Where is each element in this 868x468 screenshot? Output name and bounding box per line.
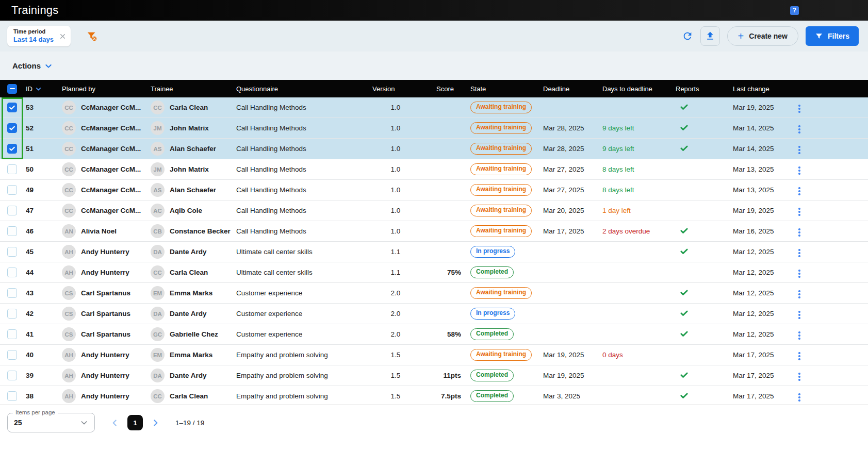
planned-by-cell: AH Andy Hunterry bbox=[62, 389, 151, 403]
close-icon[interactable] bbox=[59, 32, 67, 40]
avatar: CC bbox=[151, 389, 165, 403]
kebab-menu-icon[interactable] bbox=[795, 288, 804, 300]
status-badge: Awaiting training bbox=[470, 349, 532, 360]
days-to-deadline-cell: 9 days left bbox=[602, 124, 676, 132]
row-checkbox[interactable] bbox=[7, 123, 17, 133]
kebab-menu-icon[interactable] bbox=[795, 371, 804, 383]
kebab-menu-icon[interactable] bbox=[795, 185, 804, 197]
table-row[interactable]: 41 CS Carl Spartanus GC Gabrielle Chez C… bbox=[0, 324, 868, 345]
kebab-menu-icon[interactable] bbox=[795, 329, 804, 342]
time-period-filter-chip[interactable]: Time period Last 14 days bbox=[7, 26, 71, 46]
table-row[interactable]: 50 CC CcManager CcM... JM John Matrix Ca… bbox=[0, 159, 868, 180]
app-header: Trainings ? bbox=[0, 0, 868, 21]
avatar: AH bbox=[62, 265, 76, 279]
row-checkbox[interactable] bbox=[7, 329, 17, 339]
kebab-menu-icon[interactable] bbox=[795, 268, 804, 280]
avatar: CC bbox=[62, 121, 76, 135]
avatar: AH bbox=[62, 348, 76, 362]
filter-remove-icon[interactable] bbox=[86, 30, 97, 42]
table-row[interactable]: 38 AH Andy Hunterry CC Carla Clean Empat… bbox=[0, 386, 868, 404]
avatar: AC bbox=[151, 204, 165, 218]
row-checkbox[interactable] bbox=[7, 371, 17, 380]
row-checkbox[interactable] bbox=[7, 288, 17, 298]
questionnaire-cell: Empathy and problem solving bbox=[236, 351, 372, 359]
row-checkbox[interactable] bbox=[7, 391, 17, 401]
row-checkbox[interactable] bbox=[7, 206, 17, 215]
status-badge: Awaiting training bbox=[470, 102, 532, 113]
row-checkbox[interactable] bbox=[7, 309, 17, 319]
trainee-cell: DA Dante Ardy bbox=[151, 245, 236, 259]
check-icon bbox=[680, 329, 689, 338]
version-cell: 1.0 bbox=[372, 104, 436, 111]
chevron-down-icon bbox=[44, 62, 53, 70]
avatar: JM bbox=[151, 121, 165, 135]
planned-by-cell: AH Andy Hunterry bbox=[62, 369, 151, 382]
trainee-cell: CB Constance Becker bbox=[151, 224, 236, 238]
next-page-button[interactable] bbox=[149, 416, 162, 429]
kebab-menu-icon[interactable] bbox=[795, 247, 804, 259]
actions-dropdown[interactable]: Actions bbox=[12, 61, 53, 70]
table-row[interactable]: 47 CC CcManager CcM... AC Aqib Cole Call… bbox=[0, 200, 868, 221]
row-checkbox[interactable] bbox=[7, 226, 17, 236]
status-badge: In progress bbox=[470, 246, 515, 257]
export-button[interactable] bbox=[700, 26, 720, 46]
table-row[interactable]: 42 CS Carl Spartanus DA Dante Ardy Custo… bbox=[0, 304, 868, 324]
select-all-checkbox[interactable] bbox=[7, 84, 17, 94]
items-per-page-select[interactable]: Items per page 25 bbox=[7, 413, 95, 432]
pagination-bar: Items per page 25 1 1–19 / 19 bbox=[0, 404, 868, 468]
actions-bar: Actions bbox=[0, 52, 868, 80]
row-checkbox[interactable] bbox=[7, 103, 17, 112]
table-row[interactable]: 43 CS Carl Spartanus EM Emma Marks Custo… bbox=[0, 283, 868, 304]
row-checkbox[interactable] bbox=[7, 268, 17, 277]
create-new-button[interactable]: + Create new bbox=[727, 26, 798, 46]
chevron-down-icon bbox=[35, 86, 42, 92]
deadline-cell: Mar 17, 2025 bbox=[543, 227, 602, 235]
table-row[interactable]: 52 CC CcManager CcM... JM John Matrix Ca… bbox=[0, 118, 868, 139]
row-checkbox[interactable] bbox=[7, 164, 17, 174]
avatar: CC bbox=[151, 101, 165, 114]
kebab-menu-icon[interactable] bbox=[795, 144, 804, 156]
page-number-button[interactable]: 1 bbox=[127, 415, 143, 430]
table-row[interactable]: 53 CC CcManager CcM... CC Carla Clean Ca… bbox=[0, 97, 868, 118]
row-checkbox[interactable] bbox=[7, 185, 17, 195]
table-row[interactable]: 39 AH Andy Hunterry DA Dante Ardy Empath… bbox=[0, 365, 868, 386]
table-row[interactable]: 49 CC CcManager CcM... AS Alan Schaefer … bbox=[0, 180, 868, 200]
row-checkbox[interactable] bbox=[7, 144, 17, 154]
kebab-menu-icon[interactable] bbox=[795, 164, 804, 177]
row-id: 46 bbox=[26, 227, 62, 235]
avatar: CS bbox=[62, 327, 76, 341]
row-id: 39 bbox=[26, 372, 62, 379]
avatar: EM bbox=[151, 286, 165, 300]
kebab-menu-icon[interactable] bbox=[795, 350, 804, 362]
table-row[interactable]: 45 AH Andy Hunterry DA Dante Ardy Ultima… bbox=[0, 242, 868, 262]
refresh-icon[interactable] bbox=[682, 30, 693, 42]
kebab-menu-icon[interactable] bbox=[795, 123, 804, 136]
row-checkbox[interactable] bbox=[7, 247, 17, 257]
column-header: State bbox=[470, 85, 543, 93]
kebab-menu-icon[interactable] bbox=[795, 391, 804, 404]
row-id: 42 bbox=[26, 310, 62, 317]
state-cell: Completed bbox=[470, 328, 543, 340]
last-change-cell: Mar 14, 2025 bbox=[733, 145, 789, 153]
check-icon bbox=[680, 371, 689, 379]
planned-by-cell: CS Carl Spartanus bbox=[62, 327, 151, 341]
avatar: AH bbox=[62, 389, 76, 403]
chevron-down-icon bbox=[80, 419, 88, 427]
filter-chip-label: Time period bbox=[13, 28, 54, 36]
planned-by-cell: CC CcManager CcM... bbox=[62, 162, 151, 176]
table-row[interactable]: 44 AH Andy Hunterry CC Carla Clean Ultim… bbox=[0, 262, 868, 283]
kebab-menu-icon[interactable] bbox=[795, 226, 804, 239]
table-row[interactable]: 40 AH Andy Hunterry EM Emma Marks Empath… bbox=[0, 345, 868, 365]
kebab-menu-icon[interactable] bbox=[795, 309, 804, 321]
table-row[interactable]: 51 CC CcManager CcM... AS Alan Schaefer … bbox=[0, 139, 868, 159]
kebab-menu-icon[interactable] bbox=[795, 103, 804, 115]
plus-icon: + bbox=[738, 31, 744, 41]
deadline-cell: Mar 20, 2025 bbox=[543, 207, 602, 214]
row-checkbox[interactable] bbox=[7, 350, 17, 360]
table-row[interactable]: 46 AN Alivia Noel CB Constance Becker Ca… bbox=[0, 221, 868, 242]
column-header-id[interactable]: ID bbox=[26, 85, 62, 93]
previous-page-button[interactable] bbox=[108, 416, 121, 429]
filters-button[interactable]: Filters bbox=[806, 26, 859, 46]
kebab-menu-icon[interactable] bbox=[795, 206, 804, 218]
help-icon[interactable]: ? bbox=[790, 6, 799, 15]
